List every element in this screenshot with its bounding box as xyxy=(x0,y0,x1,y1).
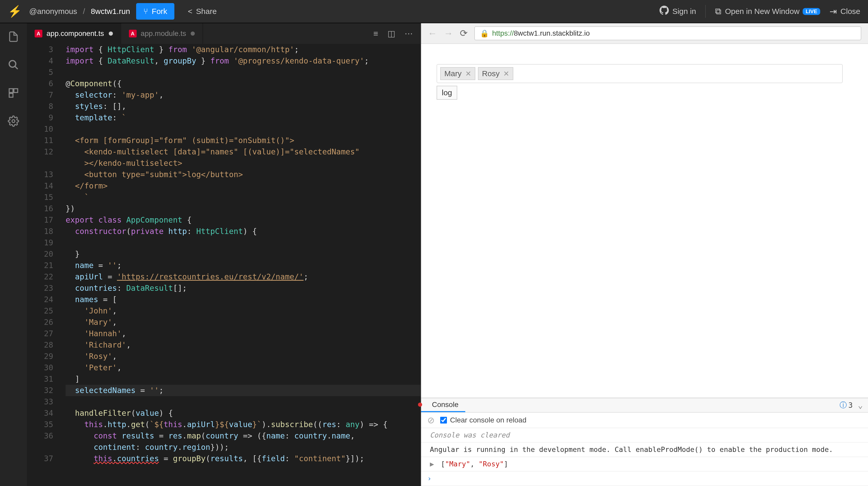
console-error-dot-icon xyxy=(418,402,422,407)
chip-label: Rosy xyxy=(482,69,500,78)
close-panel-icon: ⇥ xyxy=(830,6,837,17)
console-line-cleared: Console was cleared xyxy=(421,428,868,443)
line-gutter: 3456789101112131415161718192021222324252… xyxy=(27,44,60,486)
files-icon[interactable] xyxy=(8,31,19,45)
breadcrumb: @anonymous / 8wctw1.run xyxy=(29,7,130,16)
url-protocol: https:// xyxy=(492,29,514,37)
console-prompt[interactable]: › xyxy=(421,472,868,486)
external-window-icon: ⧉ xyxy=(715,6,721,17)
editor-tab-0[interactable]: A app.component.ts xyxy=(27,23,121,44)
breadcrumb-separator: / xyxy=(83,7,85,15)
chip-label: Mary xyxy=(444,69,462,78)
multiselect-chip[interactable]: Rosy✕ xyxy=(478,67,513,80)
close-button[interactable]: ⇥ Close xyxy=(830,6,860,17)
console-tabs: Console ⓘ 3 ⌄ xyxy=(421,398,868,413)
share-icon: < xyxy=(188,7,192,16)
topbar-divider xyxy=(705,5,706,18)
editor-tab-actions: ≡ ◫ ⋯ xyxy=(373,29,421,38)
console-output: Console was cleared Angular is running i… xyxy=(421,428,868,486)
github-icon xyxy=(659,6,669,17)
svg-rect-3 xyxy=(14,89,18,93)
main-split: A app.component.ts A app.module.ts ≡ ◫ ⋯… xyxy=(0,23,868,486)
console-line-array[interactable]: ▶ ["Mary", "Rosy"] xyxy=(421,457,868,472)
breadcrumb-user[interactable]: @anonymous xyxy=(29,7,77,15)
top-bar: ⚡ @anonymous / 8wctw1.run ⑂ Fork < Share… xyxy=(0,0,868,23)
expand-triangle-icon[interactable]: ▶ xyxy=(430,460,434,468)
preview-panel: ← → ⟳ 🔒 https://8wctw1.run.stackblitz.io… xyxy=(421,23,868,486)
activity-bar xyxy=(0,23,27,486)
extensions-icon[interactable] xyxy=(8,87,19,101)
chip-remove-icon[interactable]: ✕ xyxy=(465,69,471,78)
console-toolbar: ⊘ Clear console on reload xyxy=(421,413,868,428)
search-icon[interactable] xyxy=(8,59,19,73)
browser-reload-icon[interactable]: ⟳ xyxy=(460,28,468,39)
console-info-count: 3 xyxy=(848,401,853,410)
more-actions-icon[interactable]: ⋯ xyxy=(405,29,413,38)
console-panel: Console ⓘ 3 ⌄ ⊘ Clear console on reload … xyxy=(421,398,868,486)
svg-line-1 xyxy=(15,66,18,69)
console-line-devmode: Angular is running in the development mo… xyxy=(421,443,868,457)
list-icon[interactable]: ≡ xyxy=(373,29,378,38)
chip-remove-icon[interactable]: ✕ xyxy=(503,69,509,78)
browser-url-bar[interactable]: 🔒 https://8wctw1.run.stackblitz.io xyxy=(474,26,861,40)
submit-log-button[interactable]: log xyxy=(437,86,457,100)
info-icon: ⓘ xyxy=(840,400,847,410)
fork-icon: ⑂ xyxy=(144,7,148,16)
clear-on-reload-label: Clear console on reload xyxy=(450,416,526,424)
dirty-indicator-icon xyxy=(109,32,113,36)
browser-forward-icon[interactable]: → xyxy=(444,28,453,39)
angular-file-icon: A xyxy=(35,30,42,37)
editor-tabs: A app.component.ts A app.module.ts ≡ ◫ ⋯ xyxy=(27,23,421,44)
svg-rect-4 xyxy=(9,94,13,97)
angular-file-icon: A xyxy=(129,30,137,37)
tab-filename: app.component.ts xyxy=(46,29,104,38)
logo-lightning-icon: ⚡ xyxy=(8,5,22,18)
multiselect-input[interactable]: Mary✕Rosy✕ xyxy=(437,64,843,83)
svg-point-5 xyxy=(12,120,15,123)
dirty-indicator-icon xyxy=(191,32,195,36)
console-tab-label: Console xyxy=(432,400,459,409)
console-tab[interactable]: Console xyxy=(421,398,465,412)
multiselect-chip[interactable]: Mary✕ xyxy=(440,67,475,80)
clear-console-icon[interactable]: ⊘ xyxy=(427,415,435,425)
settings-gear-icon[interactable] xyxy=(8,116,19,130)
url-host: 8wctw1.run.stackblitz.io xyxy=(514,29,590,37)
code-lines[interactable]: import { HttpClient } from '@angular/com… xyxy=(60,44,421,486)
svg-rect-2 xyxy=(9,89,13,93)
open-new-window-button[interactable]: ⧉ Open in New Window LIVE xyxy=(715,6,820,17)
browser-back-icon[interactable]: ← xyxy=(428,28,437,39)
live-badge: LIVE xyxy=(803,8,820,15)
fork-label: Fork xyxy=(152,7,167,16)
open-new-window-label: Open in New Window xyxy=(725,7,799,16)
signin-label: Sign in xyxy=(673,7,696,16)
breadcrumb-project[interactable]: 8wctw1.run xyxy=(91,7,130,15)
signin-button[interactable]: Sign in xyxy=(659,6,696,17)
fork-button[interactable]: ⑂ Fork xyxy=(136,3,175,20)
clear-on-reload-checkbox[interactable]: Clear console on reload xyxy=(440,416,526,424)
share-label: Share xyxy=(196,7,217,16)
tab-filename: app.module.ts xyxy=(141,29,186,38)
clear-on-reload-input[interactable] xyxy=(440,417,447,423)
split-editor-icon[interactable]: ◫ xyxy=(388,29,395,38)
share-button[interactable]: < Share xyxy=(181,3,224,20)
preview-body: Mary✕Rosy✕ log xyxy=(421,44,868,398)
browser-bar: ← → ⟳ 🔒 https://8wctw1.run.stackblitz.io xyxy=(421,23,868,44)
svg-point-0 xyxy=(9,61,16,67)
code-editor[interactable]: 3456789101112131415161718192021222324252… xyxy=(27,44,421,486)
chevron-down-icon[interactable]: ⌄ xyxy=(858,400,863,410)
lock-icon: 🔒 xyxy=(480,29,489,38)
close-label: Close xyxy=(840,7,860,16)
editor-tab-1[interactable]: A app.module.ts xyxy=(121,23,203,44)
editor-panel: A app.component.ts A app.module.ts ≡ ◫ ⋯… xyxy=(27,23,421,486)
